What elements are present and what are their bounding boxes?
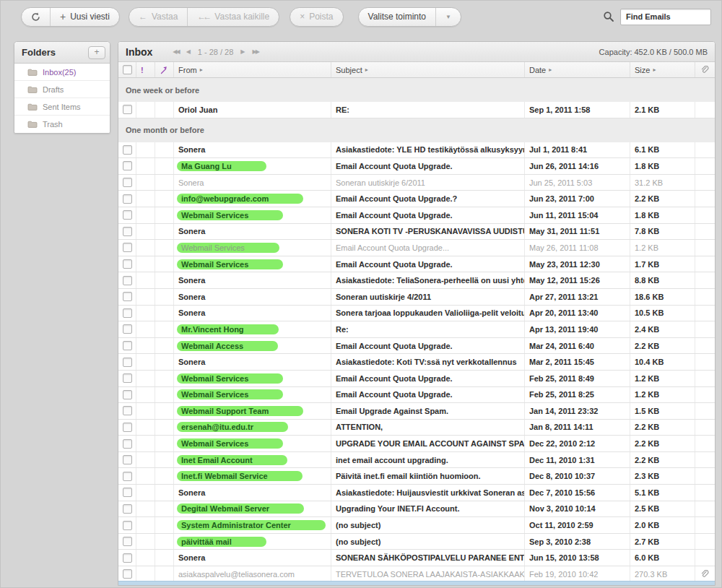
folders-header: Folders +: [14, 42, 110, 64]
row-checkbox[interactable]: [123, 504, 132, 514]
row-checkbox[interactable]: [123, 194, 132, 204]
message-row[interactable]: Sonera Asiakastiedote: YLE HD testikäytö…: [118, 142, 715, 159]
message-groups: One week or before Oriol Juan RE: Sep 1,…: [118, 78, 715, 581]
row-flag-cell: [155, 142, 173, 158]
row-flag-cell: [155, 321, 173, 337]
message-row[interactable]: Webmail Services Email Account Quota Upg…: [118, 387, 715, 404]
row-checkbox[interactable]: [123, 472, 132, 481]
sidebar-folder-item[interactable]: Sent Items: [14, 98, 110, 116]
message-row[interactable]: ersenah@itu.edu.tr ATTENTION, Jan 8, 201…: [118, 420, 715, 436]
row-checkbox[interactable]: [123, 521, 132, 530]
size: 2.2 KB: [630, 191, 695, 207]
message-row[interactable]: Sonera SONERA KOTI TV -PERUSKANAVAVISSA …: [118, 224, 715, 241]
message-row[interactable]: Mr.Vincent Hong Re: Apr 13, 2011 19:40 2…: [118, 321, 715, 338]
message-row[interactable]: Webmail Access Email Account Quota Upgra…: [118, 338, 715, 355]
search-input[interactable]: [620, 9, 711, 25]
delete-button[interactable]: × Poista: [290, 8, 342, 26]
row-checkbox[interactable]: [123, 569, 132, 579]
row-flag-cell: [155, 550, 173, 566]
sender: Webmail Services: [177, 438, 283, 449]
row-checkbox[interactable]: [123, 553, 132, 563]
message-row[interactable]: Sonera Asiakastiedote: Huijausviestit ur…: [118, 485, 715, 501]
message-row[interactable]: Sonera Asiakastiedote: Koti TV:ssä nyt v…: [118, 354, 715, 371]
message-row[interactable]: Webmail Support Team Email Upgrade Again…: [118, 403, 715, 420]
row-checkbox[interactable]: [123, 537, 132, 546]
message-row[interactable]: Degital Webmail Server Upgrading Your IN…: [118, 501, 715, 518]
row-checkbox[interactable]: [123, 178, 132, 187]
row-checkbox[interactable]: [123, 324, 132, 334]
row-checkbox[interactable]: [123, 455, 132, 464]
row-checkbox[interactable]: [123, 373, 132, 383]
reply-all-button[interactable]: ←← Vastaa kaikille: [187, 8, 279, 26]
add-folder-button[interactable]: +: [88, 46, 105, 59]
message-row[interactable]: Sonera SONERAN SÄHKÖPOSTIPALVELU PARANEE…: [118, 550, 715, 566]
select-action-button[interactable]: Valitse toiminto: [359, 8, 435, 26]
row-attachment-cell: [695, 289, 715, 305]
row-flag-cell: [155, 517, 173, 533]
row-checkbox[interactable]: [123, 308, 132, 318]
row-checkbox[interactable]: [123, 423, 132, 432]
row-checkbox[interactable]: [123, 439, 132, 449]
message-row[interactable]: asiakaspalvelu@teliasonera.com TERVETULO…: [118, 566, 715, 581]
message-row[interactable]: Sonera Soneran uutiskirje 4/2011 Apr 27,…: [118, 289, 715, 306]
sidebar-folder-item[interactable]: Trash: [14, 116, 110, 133]
row-checkbox[interactable]: [123, 341, 132, 350]
next-page-icon[interactable]: ▶: [240, 48, 245, 55]
first-page-icon[interactable]: ◀◀: [173, 48, 178, 55]
row-priority-cell: [136, 224, 155, 240]
message-row[interactable]: Ma Guang Lu Email Account Quota Upgrade.…: [118, 158, 715, 175]
sidebar-folder-item[interactable]: Inbox(25): [14, 64, 110, 81]
message-row[interactable]: Sonera Asiakastiedote: TeliaSonera-perhe…: [118, 272, 715, 289]
column-attachment[interactable]: [695, 62, 715, 77]
folder-icon: [27, 85, 38, 94]
message-row[interactable]: Inet Email Account inet email account up…: [118, 452, 715, 469]
row-checkbox[interactable]: [123, 292, 132, 301]
column-date[interactable]: Date ▸: [524, 62, 630, 77]
row-checkbox[interactable]: [123, 161, 132, 170]
prev-page-icon[interactable]: ◀: [186, 48, 191, 55]
row-checkbox[interactable]: [123, 488, 132, 497]
row-checkbox[interactable]: [123, 276, 132, 285]
row-checkbox[interactable]: [123, 358, 132, 367]
pagination-range: 1 - 28 / 28: [198, 48, 234, 56]
row-checkbox[interactable]: [123, 227, 132, 236]
column-subject[interactable]: Subject ▸: [331, 62, 524, 77]
row-flag-cell: [155, 289, 173, 305]
column-priority[interactable]: !: [136, 62, 155, 77]
new-message-button[interactable]: + Uusi viesti: [50, 8, 119, 26]
row-checkbox[interactable]: [123, 105, 132, 114]
row-from-cell: Sonera: [173, 289, 331, 305]
message-row[interactable]: Oriol Juan RE: Sep 1, 2011 1:58 2.1 KB: [118, 102, 715, 118]
message-row[interactable]: Webmail Services UPGRADE YOUR EMAIL ACCO…: [118, 436, 715, 452]
message-row[interactable]: Inet.fi Webmail Service Päivitä inet.fi …: [118, 468, 715, 485]
message-row[interactable]: Webmail Services Email Account Quota Upg…: [118, 240, 715, 256]
row-checkbox[interactable]: [123, 145, 132, 155]
row-checkbox[interactable]: [123, 259, 132, 269]
select-action-dropdown[interactable]: ▼: [435, 8, 461, 26]
message-row[interactable]: info@webupgrade.com Email Account Quota …: [118, 191, 715, 207]
subject: Päivitä inet.fi email kiintiön huomioon.: [331, 468, 524, 484]
sidebar-folder-item[interactable]: Drafts: [14, 81, 110, 98]
column-flag[interactable]: [155, 62, 173, 77]
message-row[interactable]: Webmail Services Email Account Quota Upg…: [118, 256, 715, 273]
reply-button[interactable]: ← Vastaa: [129, 8, 187, 26]
size: 5.1 KB: [630, 485, 695, 501]
message-row[interactable]: System Administrator Center (no subject)…: [118, 517, 715, 534]
column-from[interactable]: From ▸: [173, 62, 331, 77]
column-size[interactable]: Size ▸: [630, 62, 695, 77]
row-checkbox[interactable]: [123, 210, 132, 220]
select-all-checkbox[interactable]: [123, 65, 132, 74]
message-row[interactable]: Sonera Sonera tarjoaa loppukauden Valiol…: [118, 306, 715, 322]
row-checkbox[interactable]: [123, 406, 132, 415]
row-checkbox[interactable]: [123, 390, 132, 399]
last-page-icon[interactable]: ▶▶: [253, 48, 258, 55]
message-row[interactable]: päivittää mail (no subject) Sep 3, 2010 …: [118, 534, 715, 550]
message-row[interactable]: Webmail Services Email Account Quota Upg…: [118, 371, 715, 387]
row-priority-cell: [136, 501, 155, 517]
message-row[interactable]: Sonera Soneran uutiskirje 6/2011 Jun 25,…: [118, 175, 715, 191]
size: 2.5 KB: [630, 501, 695, 517]
refresh-button[interactable]: [22, 8, 50, 26]
row-attachment-cell: [695, 338, 715, 354]
row-checkbox[interactable]: [123, 243, 132, 252]
message-row[interactable]: Webmail Services Email Account Quota Upg…: [118, 207, 715, 224]
